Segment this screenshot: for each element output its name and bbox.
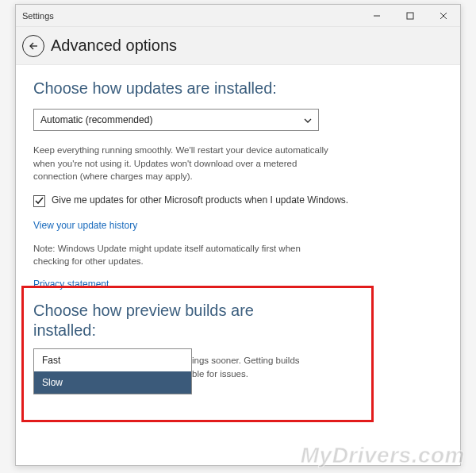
privacy-link[interactable]: Privacy statement: [33, 279, 443, 290]
settings-window: Settings Advanced options Choose how upd…: [15, 4, 461, 466]
update-note: Note: Windows Update might update itself…: [33, 242, 327, 267]
preview-heading: Choose how preview builds are installed:: [33, 301, 303, 340]
content-area: Choose how updates are installed: Automa…: [16, 65, 460, 402]
dropdown-option-fast[interactable]: Fast: [34, 349, 191, 371]
maximize-button[interactable]: [393, 5, 427, 27]
preview-ring-dropdown-open[interactable]: Fast Slow: [33, 348, 192, 394]
page-title: Advanced options: [51, 37, 177, 55]
chevron-down-icon: [304, 116, 312, 125]
update-mode-dropdown[interactable]: Automatic (recommended): [33, 109, 319, 131]
window-title: Settings: [22, 11, 54, 21]
updates-description: Keep everything running smoothly. We'll …: [33, 144, 335, 183]
preview-builds-section: Choose how preview builds are installed:…: [33, 301, 443, 394]
back-arrow-icon: [28, 40, 39, 52]
update-history-link[interactable]: View your update history: [33, 220, 443, 231]
titlebar: Settings: [16, 5, 460, 27]
updates-heading: Choose how updates are installed:: [33, 79, 443, 98]
page-header: Advanced options: [16, 27, 460, 65]
preview-description-partial: ings sooner. Getting builds ble for issu…: [192, 354, 343, 380]
checkbox-label: Give me updates for other Microsoft prod…: [52, 194, 348, 206]
checkmark-icon: [35, 197, 44, 206]
other-products-checkbox-row[interactable]: Give me updates for other Microsoft prod…: [33, 194, 351, 207]
svg-rect-1: [407, 13, 413, 19]
checkbox[interactable]: [33, 195, 45, 207]
dropdown-option-slow[interactable]: Slow: [34, 371, 191, 394]
close-button[interactable]: [427, 5, 460, 27]
minimize-button[interactable]: [360, 5, 393, 27]
back-button[interactable]: [22, 35, 44, 57]
dropdown-value: Automatic (recommended): [40, 114, 152, 125]
